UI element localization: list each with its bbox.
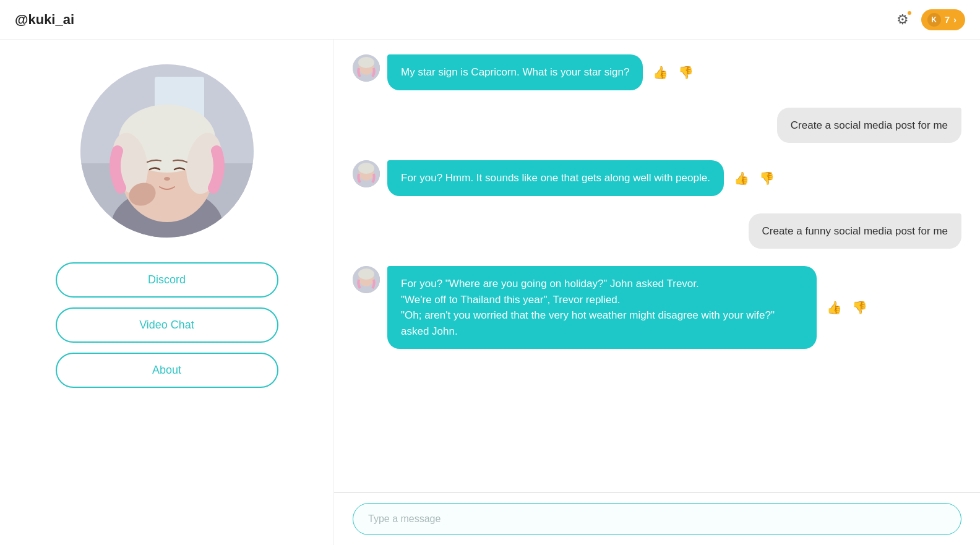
svg-point-9: [164, 177, 170, 181]
user-message-bubble: Create a funny social media post for me: [749, 213, 961, 249]
main-layout: Discord Video Chat About My star sign is: [0, 40, 980, 545]
message-row: For you? "Where are you going on holiday…: [353, 266, 870, 349]
svg-point-16: [358, 163, 374, 174]
message-row: Create a social media post for me: [777, 108, 961, 144]
bot-avatar-image: [353, 266, 380, 293]
about-button[interactable]: About: [56, 353, 278, 388]
thumbs-up-button[interactable]: 👍: [824, 298, 845, 317]
thumbs-up-button[interactable]: 👍: [731, 168, 752, 188]
message-row: For you? Hmm. It sounds like one that ge…: [353, 160, 777, 196]
level-k-label: K: [927, 13, 941, 27]
sidebar-button-group: Discord Video Chat About: [56, 262, 278, 388]
bot-avatar: [353, 54, 380, 82]
header: @kuki_ai ⚙ K 7 ›: [0, 0, 980, 40]
thumbs-down-button[interactable]: 👎: [757, 168, 777, 188]
bot-message-bubble: For you? "Where are you going on holiday…: [387, 266, 817, 349]
message-row: My star sign is Capricorn. What is your …: [353, 54, 696, 90]
message-input[interactable]: [353, 503, 961, 535]
level-number: 7: [945, 14, 950, 25]
feedback-icons: 👍 👎: [824, 298, 870, 317]
app-title: @kuki_ai: [15, 12, 74, 28]
header-controls: ⚙ K 7 ›: [892, 9, 965, 31]
thumbs-up-button[interactable]: 👍: [650, 62, 671, 82]
chevron-icon: ›: [953, 14, 956, 25]
thumbs-down-button[interactable]: 👎: [676, 62, 696, 82]
video-chat-button[interactable]: Video Chat: [56, 307, 278, 343]
sidebar: Discord Video Chat About: [0, 40, 334, 545]
thumbs-down-button[interactable]: 👎: [849, 298, 870, 317]
bot-avatar: [353, 266, 380, 293]
bot-avatar: [353, 160, 380, 187]
bot-avatar-image: [353, 160, 380, 187]
bot-avatar-image: [353, 54, 380, 82]
bot-message-bubble: For you? Hmm. It sounds like one that ge…: [387, 160, 724, 196]
feedback-icons: 👍 👎: [650, 62, 696, 82]
discord-button[interactable]: Discord: [56, 262, 278, 298]
message-row: Create a funny social media post for me: [749, 213, 961, 249]
notification-dot: [906, 10, 913, 16]
level-badge[interactable]: K 7 ›: [921, 9, 965, 30]
svg-point-13: [358, 57, 374, 68]
bot-message-bubble: My star sign is Capricorn. What is your …: [387, 54, 643, 90]
chat-area: My star sign is Capricorn. What is your …: [334, 40, 980, 545]
feedback-icons: 👍 👎: [731, 168, 777, 188]
settings-button[interactable]: ⚙: [892, 9, 914, 31]
svg-point-19: [358, 268, 374, 280]
avatar-image: [80, 64, 254, 238]
user-message-bubble: Create a social media post for me: [777, 108, 961, 144]
chat-input-area: [334, 492, 980, 545]
chat-messages: My star sign is Capricorn. What is your …: [334, 40, 980, 492]
avatar: [80, 64, 254, 238]
